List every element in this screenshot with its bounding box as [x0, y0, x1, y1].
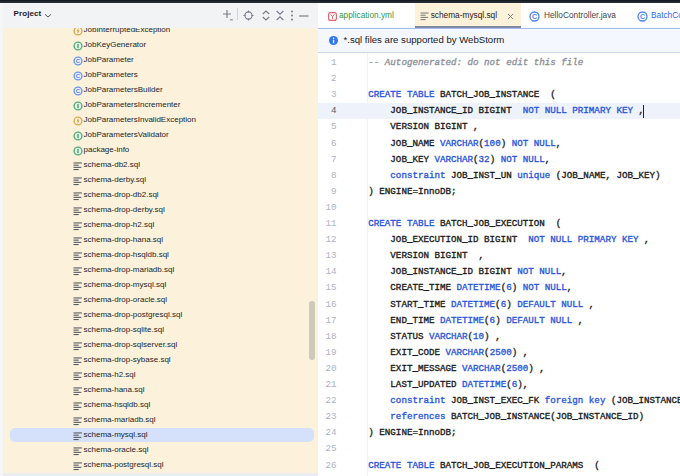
svg-text:C: C	[75, 73, 80, 79]
svg-text:C: C	[75, 88, 80, 94]
svg-text:C: C	[75, 58, 80, 64]
